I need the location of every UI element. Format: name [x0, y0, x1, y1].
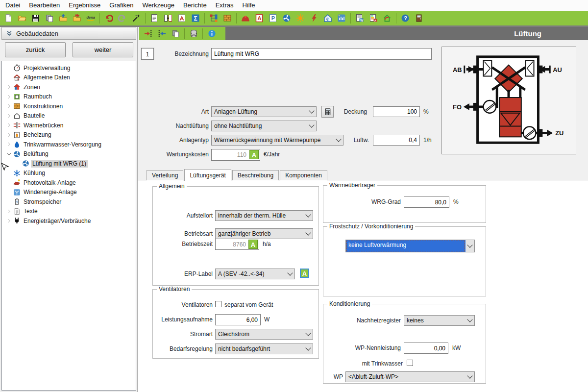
auto-value-badge[interactable]: A	[300, 269, 309, 278]
expander-collapsed-icon[interactable]	[5, 84, 13, 90]
bezeichnung-input[interactable]	[211, 48, 432, 60]
stromart-combobox[interactable]: Gleichstrom	[215, 329, 313, 340]
tree-item-bel-ftung[interactable]: Belüftung	[2, 149, 136, 159]
menu-hilfe[interactable]: Hilfe	[238, 0, 260, 11]
tree-item-beheizung[interactable]: Beheizung	[2, 130, 136, 140]
deckung-input[interactable]	[373, 106, 420, 117]
luftwechsel-input[interactable]	[373, 135, 420, 146]
site-helmet-button[interactable]	[239, 12, 252, 24]
redo-button[interactable]	[116, 12, 129, 24]
lightning-button[interactable]	[307, 12, 321, 24]
pdf-export-button[interactable]	[175, 12, 189, 24]
expander-collapsed-icon[interactable]	[5, 132, 13, 138]
tree-item-energietr-ger-verbr-uche[interactable]: Energieträger/Verbräuche	[2, 216, 136, 226]
house-euro-button[interactable]: €	[321, 12, 335, 24]
auto-value-badge[interactable]: A	[249, 150, 259, 159]
constructions-button[interactable]	[220, 12, 234, 24]
undo-button[interactable]	[102, 12, 116, 24]
tree-item-l-ftung-mit-wrg-1[interactable]: Lüftung mit WRG (1)	[2, 159, 136, 169]
wp-nennleistung-input[interactable]	[404, 343, 448, 354]
betriebsart-combobox[interactable]: ganzjähriger Betrieb	[215, 228, 313, 239]
database-button[interactable]	[187, 27, 200, 40]
tree-item-allgemeine-daten[interactable]: Allgemeine Daten	[2, 73, 136, 83]
tab-verteilung[interactable]: Verteilung	[147, 170, 183, 180]
back-button[interactable]: zurück	[5, 42, 66, 57]
expander-collapsed-icon[interactable]	[5, 209, 13, 214]
frostschutz-combobox[interactable]: keine Luftvorwärmung	[345, 240, 475, 252]
mit-trinkwasser-checkbox[interactable]	[407, 360, 413, 366]
copy-button[interactable]	[43, 12, 56, 24]
save-button[interactable]	[29, 12, 43, 24]
wp-combobox[interactable]: <Abluft-Zuluft-WP>	[345, 371, 475, 382]
tree-item-k-hlung[interactable]: Kühlung	[2, 169, 136, 178]
tree-item-trinkwarmwasser-versorgung[interactable]: Trinkwarmwasser-Versorgung	[2, 140, 136, 149]
tree-item-zonen[interactable]: Zonen	[2, 82, 136, 92]
art-combobox[interactable]: Anlagen-Lüftung	[211, 106, 317, 117]
report-document-button[interactable]	[147, 12, 161, 24]
wrg-grad-input[interactable]	[404, 196, 449, 208]
energy-label-pdf-button[interactable]: A	[367, 12, 380, 24]
tree-item-windenergie-anlage[interactable]: Windenergie-Anlage	[2, 188, 136, 197]
tree-item-raumbuch[interactable]: Raumbuch	[2, 92, 136, 102]
ventilation-button[interactable]	[280, 12, 294, 24]
tab-komponenten[interactable]: Komponenten	[280, 170, 327, 180]
menu-werkzeuge[interactable]: Werkzeuge	[138, 0, 179, 11]
menu-grafiken[interactable]: Grafiken	[105, 0, 138, 11]
export-folder-button[interactable]	[70, 12, 84, 24]
menu-extras[interactable]: Extras	[211, 0, 238, 11]
expander-collapsed-icon[interactable]	[5, 142, 13, 147]
house-stripes-button[interactable]	[335, 12, 348, 24]
info-button[interactable]	[205, 27, 219, 40]
menu-datei[interactable]: Datei	[1, 0, 24, 11]
tree-item-projektverwaltung[interactable]: Projektverwaltung	[2, 63, 136, 73]
leistungsaufnahme-input[interactable]	[215, 314, 261, 325]
tree-item-texte[interactable]: Texte	[2, 207, 136, 217]
remove-entry-button[interactable]	[155, 27, 169, 40]
expander-collapsed-icon[interactable]	[5, 113, 13, 119]
sum-button[interactable]: Σ	[189, 12, 202, 24]
wizard-button[interactable]	[129, 12, 143, 24]
sidebar-header[interactable]: Gebäudedaten	[1, 27, 136, 40]
menu-ergebnisse[interactable]: Ergebnisse	[64, 0, 105, 11]
sun-button[interactable]	[294, 12, 307, 24]
erp-combobox[interactable]: A (SEV -42..<-34)	[215, 269, 295, 279]
expander-collapsed-icon[interactable]	[5, 103, 13, 109]
next-button[interactable]: weiter	[73, 42, 133, 57]
copy-entry-button[interactable]	[169, 27, 182, 40]
dena-logo-button[interactable]: dena	[84, 12, 98, 24]
expander-collapsed-icon[interactable]	[5, 94, 13, 99]
tree-item-stromspeicher[interactable]: Stromspeicher	[2, 197, 136, 207]
tree-item-konstruktionen[interactable]: Konstruktionen	[2, 101, 136, 111]
auto-value-badge[interactable]: A	[248, 240, 258, 249]
anlagentyp-combobox[interactable]: Wärmerückgewinnung mit Wärmepumpe	[211, 135, 343, 146]
exit-door-button[interactable]	[412, 12, 426, 24]
word-report-button[interactable]: W	[353, 12, 367, 24]
expander-collapsed-icon[interactable]	[5, 122, 13, 128]
menu-bearbeiten[interactable]: Bearbeiten	[24, 0, 64, 11]
label-p-document-button[interactable]: P	[266, 12, 280, 24]
aufstellort-combobox[interactable]: innerhalb der therm. Hülle	[215, 210, 313, 221]
menu-berichte[interactable]: Berichte	[179, 0, 211, 11]
bedarfsregelung-combobox[interactable]: nicht bedarfsgeführt	[215, 343, 313, 354]
tab-l-ftungsger-t[interactable]: Lüftungsgerät	[184, 169, 231, 181]
nachtlueftung-combobox[interactable]: ohne Nachtlüftung	[211, 121, 317, 131]
expander-expanded-icon[interactable]	[5, 151, 13, 157]
new-file-button[interactable]	[1, 12, 15, 24]
open-folder-button[interactable]	[15, 12, 29, 24]
nachheizregister-combobox[interactable]: keines	[404, 315, 475, 326]
import-folder-button[interactable]	[56, 12, 70, 24]
ventilation-schematic: AB AU FO ZU	[441, 47, 576, 154]
new-file-icon	[4, 14, 13, 23]
label-a-document-button[interactable]: A	[252, 12, 266, 24]
structure-tree-button[interactable]	[207, 12, 220, 24]
add-entry-button[interactable]	[141, 27, 155, 40]
help-button[interactable]: ?	[398, 12, 412, 24]
expander-collapsed-icon[interactable]	[5, 218, 13, 223]
tree-item-photovoltaik-anlage[interactable]: Photovoltaik-Anlage	[2, 178, 136, 188]
tree-item-bauteile[interactable]: Bauteile	[2, 111, 136, 121]
merge-documents-button[interactable]	[161, 12, 175, 24]
building-outline-button[interactable]	[380, 12, 394, 24]
tab-beschreibung[interactable]: Beschreibung	[232, 170, 279, 180]
tree-item-w-rmebr-cken[interactable]: Wärmebrücken	[2, 121, 136, 130]
separat-checkbox[interactable]	[215, 301, 221, 307]
